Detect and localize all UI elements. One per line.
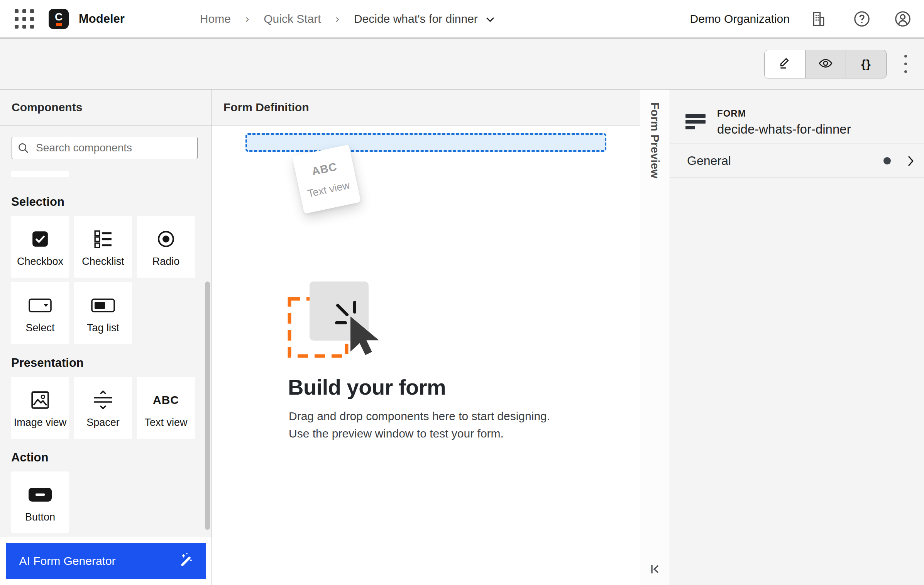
spacer-icon [92, 387, 114, 413]
curly-braces-icon: {} [861, 58, 871, 71]
empty-state-line1: Drag and drop components here to start d… [289, 407, 550, 425]
main-area: Components Selection [0, 90, 924, 585]
user-avatar-icon[interactable] [894, 10, 912, 28]
tile-label: Checklist [82, 256, 124, 268]
app-window: C Modeler Home › Quick Start › Decide wh… [0, 0, 924, 585]
component-tile-textview[interactable]: ABC Text view [137, 377, 195, 439]
scrolled-tile-fragment [11, 171, 69, 177]
image-icon [30, 387, 50, 413]
tile-label: Image view [14, 417, 67, 429]
components-panel-title: Components [0, 90, 212, 125]
search-components-input[interactable] [12, 137, 198, 159]
drop-target-highlight [245, 133, 606, 152]
eye-icon [818, 56, 833, 73]
component-tile-radio[interactable]: Radio [137, 216, 195, 278]
properties-panel: FORM decide-whats-for-dinner General [670, 90, 924, 585]
breadcrumb: Home › Quick Start › Decide what's for d… [200, 12, 495, 25]
form-canvas-body: ABC Text view Build your form Drag [212, 125, 640, 585]
logo-underline [56, 23, 62, 26]
properties-title-block: FORM decide-whats-for-dinner [717, 108, 851, 137]
section-heading-selection: Selection [11, 195, 212, 209]
components-sidebar: Components Selection [0, 90, 212, 585]
ai-form-generator-button[interactable]: AI Form Generator [6, 543, 206, 579]
button-icon [29, 482, 52, 507]
breadcrumb-home[interactable]: Home [200, 12, 231, 25]
tile-label: Text view [144, 417, 187, 429]
form-preview-strip: Form Preview [640, 90, 670, 585]
component-tile-select[interactable]: Select [11, 282, 69, 344]
component-tile-checklist[interactable]: Checklist [74, 216, 132, 278]
section-heading-presentation: Presentation [11, 356, 212, 370]
empty-state-line2: Use the preview window to test your form… [289, 425, 550, 442]
radio-icon [158, 226, 174, 252]
drag-ghost-label: Text view [306, 179, 351, 200]
action-tile-grid: Button [11, 471, 196, 533]
component-search [12, 137, 198, 159]
pencil-icon [778, 56, 792, 72]
camunda-logo[interactable]: C [49, 9, 69, 29]
general-section-row[interactable]: General [670, 144, 924, 178]
overflow-menu-icon[interactable] [902, 53, 909, 75]
breadcrumb-current-label: Decide what's for dinner [354, 12, 478, 25]
abc-text-icon: ABC [153, 387, 179, 413]
tile-label: Tag list [87, 322, 119, 334]
ai-generator-bar: AI Form Generator [0, 537, 212, 585]
component-tile-checkbox[interactable]: Checkbox [11, 216, 69, 278]
abc-text-icon: ABC [311, 160, 338, 178]
magic-wand-icon [178, 552, 193, 570]
breadcrumb-parent[interactable]: Quick Start [264, 12, 321, 25]
sidebar-scrollbar[interactable] [205, 281, 210, 530]
empty-state-description: Drag and drop components here to start d… [289, 407, 550, 442]
header-divider [158, 9, 158, 29]
header-right: Demo Organization [690, 10, 912, 28]
form-canvas: Form Definition ABC Text view [212, 90, 640, 585]
checkbox-icon [31, 226, 49, 252]
form-type-icon [685, 112, 706, 134]
code-mode-button[interactable]: {} [846, 50, 886, 78]
empty-state-illustration [286, 280, 394, 363]
breadcrumb-separator: › [245, 13, 249, 25]
checklist-icon [93, 226, 113, 252]
view-mode-switcher: {} [764, 50, 887, 78]
component-tile-button[interactable]: Button [11, 471, 69, 533]
section-heading-action: Action [11, 451, 212, 465]
organization-name[interactable]: Demo Organization [690, 12, 790, 25]
component-tile-taglist[interactable]: Tag list [74, 282, 132, 344]
tile-label: Spacer [86, 417, 120, 429]
component-tile-imageview[interactable]: Image view [11, 377, 69, 439]
app-switcher-icon[interactable] [15, 9, 34, 29]
edit-mode-button[interactable] [765, 50, 805, 78]
organization-icon[interactable] [810, 10, 828, 28]
ai-form-generator-label: AI Form Generator [19, 554, 116, 568]
form-preview-label[interactable]: Form Preview [648, 102, 662, 585]
element-type-label: FORM [717, 108, 851, 119]
components-list: Selection Checkbox [0, 125, 212, 537]
properties-header: FORM decide-whats-for-dinner [670, 90, 924, 144]
general-section-label: General [687, 154, 731, 168]
mode-toolbar: {} [0, 39, 924, 90]
select-icon [28, 293, 52, 318]
form-definition-title: Form Definition [212, 90, 640, 125]
chevron-right-icon[interactable] [907, 155, 915, 167]
taglist-icon [91, 293, 115, 318]
section-filled-dot [883, 157, 891, 164]
tile-label: Button [25, 511, 55, 523]
expand-preview-icon[interactable] [648, 563, 662, 577]
presentation-tile-grid: Image view Spacer [11, 377, 196, 439]
help-icon[interactable] [853, 10, 871, 28]
tile-label: Radio [152, 256, 180, 268]
component-tile-spacer[interactable]: Spacer [74, 377, 132, 439]
form-id: decide-whats-for-dinner [717, 122, 851, 137]
breadcrumb-current[interactable]: Decide what's for dinner [354, 12, 495, 25]
app-name: Modeler [79, 12, 125, 26]
top-header: C Modeler Home › Quick Start › Decide wh… [0, 0, 924, 39]
dragged-textview-tile: ABC Text view [292, 144, 361, 214]
breadcrumb-separator: › [336, 13, 339, 25]
logo-letter: C [55, 12, 63, 22]
empty-state-heading: Build your form [288, 375, 446, 400]
tile-label: Checkbox [17, 256, 63, 268]
tile-label: Select [25, 322, 54, 334]
selection-tile-grid: Checkbox Checklist [11, 216, 196, 344]
preview-mode-button[interactable] [805, 50, 846, 78]
chevron-down-icon [486, 15, 495, 22]
